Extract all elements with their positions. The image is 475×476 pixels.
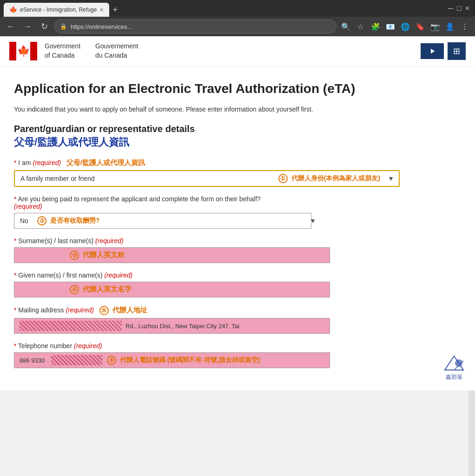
branding-logo: 鑫部落: [442, 354, 466, 381]
address-text: https://onlineservices...: [71, 23, 132, 30]
surname-input-wrapper: ③ 代辦人英文姓: [14, 247, 400, 263]
branding-icon: [442, 354, 466, 372]
svg-marker-0: [431, 49, 435, 54]
field-telephone-label: * Telephone number (required): [14, 342, 400, 350]
page-title: Application for an Electronic Travel Aut…: [14, 80, 400, 97]
field-paid-label: * Are you being paid to represent the ap…: [14, 195, 400, 210]
telephone-prefix: 886 9330: [20, 357, 45, 364]
circle-2: ②: [37, 216, 46, 225]
annotation-5-inline: ⑤ 代辦人地址: [99, 306, 147, 314]
minimize-button[interactable]: ─: [448, 4, 453, 13]
required-star-1: *: [14, 159, 16, 166]
field-surname: * Surname(s) / last name(s) (required) ③…: [14, 237, 400, 263]
active-tab[interactable]: 🍁 eService - Immigration, Refuge ×: [4, 3, 109, 17]
section-title-en: Parent/guardian or representative detail…: [14, 124, 400, 134]
window-close-button[interactable]: ×: [465, 4, 469, 13]
extension3-button[interactable]: 🌐: [399, 20, 412, 33]
field-givenname: * Given name(s) / first name(s) (require…: [14, 271, 400, 298]
required-italic-2: (required): [14, 203, 42, 210]
address-visible: Rd., Luzhou Dist., New Taipei City 247, …: [125, 323, 239, 330]
extension5-button[interactable]: 📷: [429, 20, 442, 33]
field-telephone: * Telephone number (required) 886 9330 ⑥…: [14, 342, 400, 368]
gov-logo: 🍁 Government of Canada Gouvernement du C…: [9, 42, 139, 60]
extension6-button[interactable]: 👤: [443, 20, 456, 33]
address-input-wrapper: Rd., Luzhou Dist., New Taipei City 247, …: [14, 318, 400, 334]
field-paid: * Are you being paid to represent the ap…: [14, 195, 400, 229]
gov-name-fr: Gouvernement du Canada: [95, 42, 139, 60]
circle-6: ⑥: [107, 356, 116, 365]
circle-3: ③: [70, 251, 79, 260]
back-button[interactable]: ←: [4, 20, 18, 33]
annotation-3: ③ 代辦人英文姓: [70, 251, 125, 260]
toolbar-icons: 🔍 ☆ 🧩 📧 🌐 🔖 📷 👤 ⋮: [339, 20, 471, 33]
new-tab-button[interactable]: +: [109, 5, 122, 15]
bookmark-button[interactable]: ☆: [354, 20, 367, 33]
circle-5: ⑤: [99, 306, 109, 315]
tab-title: eService - Immigration, Refuge: [20, 7, 97, 13]
branding-text: 鑫部落: [446, 373, 462, 381]
label-text-1: I am: [18, 159, 31, 166]
maximize-button[interactable]: □: [457, 4, 462, 13]
required-italic-1: (required): [33, 159, 61, 166]
tab-favicon: 🍁: [9, 6, 17, 13]
givenname-input[interactable]: [14, 282, 330, 298]
header-nav-button[interactable]: [421, 43, 444, 59]
main-content: Application for an Electronic Travel Aut…: [0, 66, 418, 390]
zh-label-1: 父母/監護人或代理人資訊: [66, 159, 145, 166]
required-star-2: *: [14, 195, 16, 203]
field-address: * Mailing address (required) ⑤ 代辦人地址 Rd.…: [14, 306, 400, 334]
extension1-button[interactable]: 🧩: [369, 20, 382, 33]
paid-select-wrapper[interactable]: No ▼ ② 是否有收取酬勞?: [14, 213, 311, 229]
givenname-input-wrapper: ④ 代辦人英文名字: [14, 282, 400, 298]
gov-header: 🍁 Government of Canada Gouvernement du C…: [0, 36, 475, 66]
field-address-label: * Mailing address (required) ⑤ 代辦人地址: [14, 306, 400, 315]
field-givenname-label: * Given name(s) / first name(s) (require…: [14, 271, 400, 279]
circle-1: ①: [278, 174, 288, 183]
surname-input[interactable]: [14, 247, 330, 263]
browser-titlebar: 🍁 eService - Immigration, Refuge × + ─ □…: [0, 0, 475, 17]
annotation-1: ① 代辦人身份(本例為家人或朋友): [278, 174, 380, 183]
header-right: ⊞: [421, 42, 466, 60]
section-title-zh: 父母/監護人或代理人資訊: [14, 135, 400, 149]
lock-icon: 🔒: [60, 23, 67, 30]
canada-flag: 🍁: [9, 42, 37, 60]
field-surname-label: * Surname(s) / last name(s) (required): [14, 237, 400, 245]
refresh-button[interactable]: ↻: [37, 20, 51, 33]
telephone-input-wrapper: 886 9330 ⑥ 代辦人電話號碼 (號碼間不有-符號,請去掉或留空): [14, 352, 330, 368]
extension4-button[interactable]: 🔖: [414, 20, 427, 33]
annotation-text-2: 是否有收取酬勞?: [50, 217, 100, 224]
address-redacted: [20, 321, 122, 331]
maple-leaf: 🍁: [16, 42, 30, 60]
page-content: 🍁 Government of Canada Gouvernement du C…: [0, 36, 475, 390]
search-toolbar-button[interactable]: 🔍: [339, 20, 352, 33]
flag-right: [30, 42, 37, 60]
menu-button[interactable]: ⋮: [458, 20, 471, 33]
address-bar[interactable]: 🔒 https://onlineservices...: [54, 20, 336, 33]
header-grid-button[interactable]: ⊞: [448, 42, 466, 60]
field-i-am: * I am (required) 父母/監護人或代理人資訊 A family …: [14, 159, 400, 187]
annotation-text-1: 代辦人身份(本例為家人或朋友): [291, 174, 380, 182]
browser-toolbar: ← → ↻ 🔒 https://onlineservices... 🔍 ☆ 🧩 …: [0, 17, 475, 36]
tab-area: 🍁 eService - Immigration, Refuge × +: [4, 0, 121, 17]
annotation-6: ⑥ 代辦人電話號碼 (號碼間不有-符號,請去掉或留空): [107, 356, 260, 365]
label-text-2: Are you being paid to represent the appl…: [18, 195, 261, 203]
annotation-4: ④ 代辦人英文名字: [70, 285, 132, 294]
i-am-select-wrapper[interactable]: A family member or friend ▼ ① 代辦人身份(本例為家…: [14, 170, 400, 187]
annotation-2: ② 是否有收取酬勞?: [37, 216, 99, 225]
circle-4: ④: [70, 285, 79, 294]
telephone-redacted: [51, 355, 102, 365]
forward-button[interactable]: →: [20, 20, 34, 33]
tab-close-button[interactable]: ×: [99, 6, 103, 13]
extension2-button[interactable]: 📧: [384, 20, 397, 33]
flag-left: [9, 42, 16, 60]
gov-name-en: Government of Canada: [45, 42, 80, 60]
intro-text: You indicated that you want to apply on …: [14, 105, 400, 114]
field-i-am-label: * I am (required) 父母/監護人或代理人資訊: [14, 159, 400, 167]
